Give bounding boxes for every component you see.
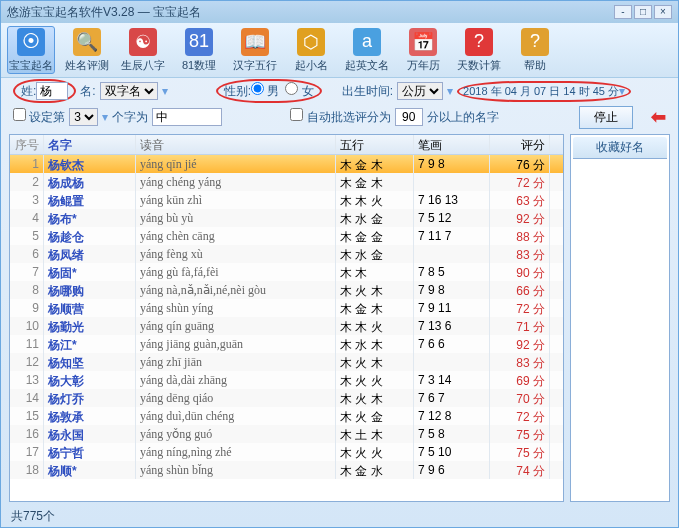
table-row[interactable]: 3杨鲲置yáng kūn zhì木 木 火7 16 1363 分 <box>10 191 563 209</box>
table-row[interactable]: 6杨凤绪yáng fèng xù木 水 金83 分 <box>10 245 563 263</box>
cell-pinyin: yáng níng,nìng zhé <box>136 443 336 461</box>
cell-score: 72 分 <box>490 173 550 191</box>
cell-strokes: 7 9 6 <box>414 461 490 479</box>
toolbar-起小名[interactable]: ⬡起小名 <box>287 26 335 74</box>
toolbar-icon: 81 <box>185 28 213 56</box>
status-count: 共775个 <box>1 506 678 527</box>
cell-name: 杨勤光 <box>44 317 136 335</box>
table-row[interactable]: 12杨知坚yáng zhī jiān木 火 木83 分 <box>10 353 563 371</box>
stop-button[interactable]: 停止 <box>579 106 633 129</box>
toolbar-姓名评测[interactable]: 🔍姓名评测 <box>63 26 111 74</box>
cell-score: 92 分 <box>490 209 550 227</box>
cell-pinyin: yáng qín guāng <box>136 317 336 335</box>
gender-female[interactable]: 女 <box>285 82 313 100</box>
toolbar-起英文名[interactable]: a起英文名 <box>343 26 391 74</box>
cell-pinyin: yáng shùn yíng <box>136 299 336 317</box>
cell-strokes: 7 8 5 <box>414 263 490 281</box>
toolbar-label: 天数计算 <box>457 58 501 73</box>
name-type-select[interactable]: 双字名 <box>100 82 158 100</box>
auto-score-input[interactable] <box>395 108 423 126</box>
table-row[interactable]: 11杨江*yáng jiāng guàn,guān木 水 木7 6 692 分 <box>10 335 563 353</box>
surname-input[interactable] <box>36 82 68 100</box>
table-row[interactable]: 7杨固*yáng gù fà,fá,fèi木 木7 8 590 分 <box>10 263 563 281</box>
gender-male[interactable]: 男 <box>251 82 279 100</box>
toolbar-81数理[interactable]: 8181数理 <box>175 26 223 74</box>
cell-pinyin: yáng shùn bǐng <box>136 461 336 479</box>
col-pinyin[interactable]: 读音 <box>136 135 336 154</box>
cell-strokes: 7 16 13 <box>414 191 490 209</box>
dropdown-icon[interactable]: ▾ <box>619 84 625 98</box>
table-row[interactable]: 9杨顺营yáng shùn yíng木 金 木7 9 1172 分 <box>10 299 563 317</box>
table-row[interactable]: 15杨敦承yáng duì,dūn chéng木 火 金7 12 872 分 <box>10 407 563 425</box>
char-input[interactable] <box>152 108 222 126</box>
toolbar-icon: ☯ <box>129 28 157 56</box>
cell-name: 杨哪购 <box>44 281 136 299</box>
favorites-tab[interactable]: 收藏好名 <box>573 137 667 159</box>
cell-name: 杨大彰 <box>44 371 136 389</box>
minimize-button[interactable]: - <box>614 5 632 19</box>
col-score[interactable]: 评分 <box>490 135 550 154</box>
cell-pinyin: yáng bù yù <box>136 209 336 227</box>
cell-score: 88 分 <box>490 227 550 245</box>
toolbar-汉字五行[interactable]: 📖汉字五行 <box>231 26 279 74</box>
cell-score: 70 分 <box>490 389 550 407</box>
table-row[interactable]: 17杨宁哲yáng níng,nìng zhé木 火 火7 5 1075 分 <box>10 443 563 461</box>
cell-seq: 7 <box>10 263 44 281</box>
cell-score: 75 分 <box>490 443 550 461</box>
set-num-select[interactable]: 3 <box>69 108 98 126</box>
calendar-select[interactable]: 公历 <box>397 82 443 100</box>
dropdown-icon[interactable]: ▾ <box>162 84 168 98</box>
table-row[interactable]: 10杨勤光yáng qín guāng木 木 火7 13 671 分 <box>10 317 563 335</box>
toolbar-天数计算[interactable]: ?天数计算 <box>455 26 503 74</box>
col-name[interactable]: 名字 <box>44 135 136 154</box>
cell-wuxing: 木 木 火 <box>336 317 414 335</box>
toolbar: ⦿宝宝起名🔍姓名评测☯生辰八字8181数理📖汉字五行⬡起小名a起英文名📅万年历?… <box>1 23 678 78</box>
toolbar-宝宝起名[interactable]: ⦿宝宝起名 <box>7 26 55 74</box>
cell-pinyin: yáng yǒng guó <box>136 425 336 443</box>
table-row[interactable]: 16杨永国yáng yǒng guó木 土 木7 5 875 分 <box>10 425 563 443</box>
table-row[interactable]: 2杨成杨yáng chéng yáng木 金 木72 分 <box>10 173 563 191</box>
cell-seq: 18 <box>10 461 44 479</box>
cell-wuxing: 木 金 木 <box>336 155 414 173</box>
dropdown-icon[interactable]: ▾ <box>447 84 453 98</box>
table-row[interactable]: 14杨灯乔yáng dēng qiáo木 火 木7 6 770 分 <box>10 389 563 407</box>
table-row[interactable]: 13杨大彰yáng dà,dài zhāng木 火 火7 3 1469 分 <box>10 371 563 389</box>
toolbar-label: 万年历 <box>407 58 440 73</box>
cell-seq: 14 <box>10 389 44 407</box>
cell-name: 杨钦杰 <box>44 155 136 173</box>
toolbar-label: 起小名 <box>295 58 328 73</box>
table-row[interactable]: 1杨钦杰yáng qīn jié木 金 木7 9 876 分 <box>10 155 563 173</box>
close-button[interactable]: × <box>654 5 672 19</box>
cell-wuxing: 木 火 火 <box>336 443 414 461</box>
surname-group: 姓: <box>13 79 76 103</box>
toolbar-帮助[interactable]: ?帮助 <box>511 26 559 74</box>
datetime-value[interactable]: 2018 年 04 月 07 日 14 时 45 分 <box>463 84 619 99</box>
auto-checkbox[interactable]: 自动批选评分为 <box>290 108 390 126</box>
cell-score: 69 分 <box>490 371 550 389</box>
table-row[interactable]: 4杨布*yáng bù yù木 水 金7 5 1292 分 <box>10 209 563 227</box>
table-row[interactable]: 8杨哪购yáng nà,nǎ,nǎi,né,nèi gòu木 火 木7 9 86… <box>10 281 563 299</box>
col-strokes[interactable]: 笔画 <box>414 135 490 154</box>
table-row[interactable]: 5杨趁仓yáng chèn cāng木 金 金7 11 788 分 <box>10 227 563 245</box>
table-row[interactable]: 18杨顺*yáng shùn bǐng木 金 水7 9 674 分 <box>10 461 563 479</box>
cell-name: 杨成杨 <box>44 173 136 191</box>
cell-strokes: 7 6 7 <box>414 389 490 407</box>
toolbar-万年历[interactable]: 📅万年历 <box>399 26 447 74</box>
cell-name: 杨凤绪 <box>44 245 136 263</box>
name-label: 名: <box>80 83 95 100</box>
cell-score: 76 分 <box>490 155 550 173</box>
dropdown-icon[interactable]: ▾ <box>102 110 108 124</box>
gender-label: 性别: <box>224 83 251 100</box>
cell-pinyin: yáng jiāng guàn,guān <box>136 335 336 353</box>
cell-strokes: 7 6 6 <box>414 335 490 353</box>
cell-pinyin: yáng chéng yáng <box>136 173 336 191</box>
cell-seq: 9 <box>10 299 44 317</box>
cell-strokes <box>414 173 490 191</box>
toolbar-生辰八字[interactable]: ☯生辰八字 <box>119 26 167 74</box>
col-wuxing[interactable]: 五行 <box>336 135 414 154</box>
maximize-button[interactable]: □ <box>634 5 652 19</box>
set-char-checkbox[interactable]: 设定第 <box>13 108 65 126</box>
cell-strokes: 7 12 8 <box>414 407 490 425</box>
col-seq[interactable]: 序号 <box>10 135 44 154</box>
cell-strokes: 7 9 8 <box>414 155 490 173</box>
